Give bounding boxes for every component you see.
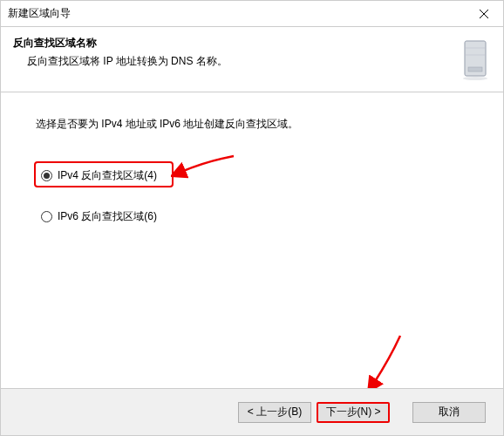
back-button[interactable]: < 上一步(B) [238, 402, 311, 423]
server-icon [460, 37, 491, 81]
radio-option-ipv6[interactable]: IPv6 反向查找区域(6) [41, 209, 468, 224]
wizard-footer: < 上一步(B) 下一步(N) > 取消 [1, 388, 503, 435]
radio-label: IPv6 反向查找区域(6) [58, 209, 157, 224]
close-button[interactable] [465, 1, 503, 27]
button-label: < 上一步(B) [248, 405, 302, 419]
radio-icon [41, 211, 52, 222]
radio-label: IPv4 反向查找区域(4) [58, 168, 157, 183]
radio-option-ipv4[interactable]: IPv4 反向查找区域(4) [41, 168, 468, 183]
close-icon [480, 10, 488, 18]
svg-point-7 [463, 77, 487, 80]
button-label: 下一步(N) > [326, 405, 381, 419]
page-subtitle: 反向查找区域将 IP 地址转换为 DNS 名称。 [13, 54, 451, 69]
radio-icon [41, 170, 52, 181]
wizard-body: 选择是否要为 IPv4 地址或 IPv6 地址创建反向查找区域。 IPv4 反向… [1, 92, 503, 380]
page-title: 反向查找区域名称 [13, 36, 451, 51]
next-button[interactable]: 下一步(N) > [317, 402, 390, 423]
titlebar: 新建区域向导 [1, 1, 503, 27]
svg-rect-6 [468, 67, 482, 72]
cancel-button[interactable]: 取消 [412, 402, 486, 423]
instruction-text: 选择是否要为 IPv4 地址或 IPv6 地址创建反向查找区域。 [36, 117, 468, 132]
radio-group-ip-version: IPv4 反向查找区域(4) IPv6 反向查找区域(6) [36, 168, 468, 224]
wizard-header: 反向查找区域名称 反向查找区域将 IP 地址转换为 DNS 名称。 [1, 27, 503, 92]
button-label: 取消 [439, 405, 460, 419]
window-title: 新建区域向导 [8, 6, 71, 21]
